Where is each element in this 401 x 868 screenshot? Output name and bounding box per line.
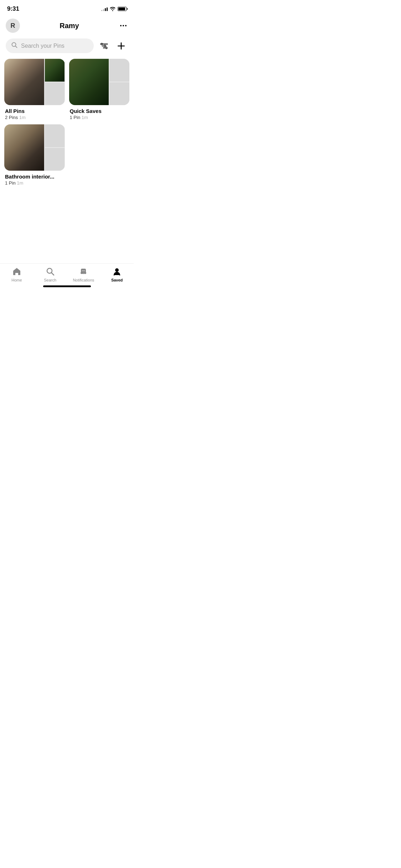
board-meta-bathroom: 1 Pin 1m (4, 180, 65, 186)
search-bar[interactable]: Search your Pins (6, 38, 94, 53)
status-bar: 9:31 (0, 0, 134, 16)
board-quick-saves[interactable]: Quick Saves 1 Pin 1m (69, 59, 130, 120)
dot1 (120, 25, 122, 26)
svg-point-5 (101, 43, 102, 45)
dot2 (123, 25, 124, 26)
search-nav-icon (45, 267, 55, 277)
avatar[interactable]: R (6, 19, 20, 33)
add-button[interactable] (114, 39, 128, 53)
board-main-image (4, 124, 44, 171)
board-time-ago: 1m (19, 115, 26, 120)
filter-button[interactable] (97, 39, 111, 53)
nav-label-search: Search (44, 278, 56, 282)
board-name-quick-saves: Quick Saves (69, 108, 130, 114)
dot3 (125, 25, 127, 26)
wifi-icon (110, 7, 115, 11)
svg-point-20 (84, 270, 85, 271)
board-pin-count: 1 Pin (70, 115, 81, 120)
username-title: Ramy (60, 22, 79, 30)
board-bathroom-interior[interactable]: Bathroom interior... 1 Pin 1m (4, 124, 65, 186)
profile-header: R Ramy (0, 16, 134, 38)
status-icons (101, 7, 127, 11)
board-name-bathroom: Bathroom interior... (4, 174, 65, 180)
nav-item-notifications[interactable]: Notifications (73, 267, 94, 282)
board-thumbnail-bathroom (4, 124, 65, 171)
board-sub-image-1 (45, 124, 65, 147)
board-sub-image-1 (109, 59, 129, 82)
nav-label-saved: Saved (111, 278, 123, 282)
svg-point-19 (83, 270, 84, 271)
svg-point-18 (82, 270, 83, 271)
board-time-ago: 1m (82, 115, 88, 120)
nav-item-home[interactable]: Home (6, 267, 27, 282)
battery-icon (118, 7, 127, 11)
board-meta-quick-saves: 1 Pin 1m (69, 115, 130, 120)
search-icon (11, 42, 17, 50)
status-time: 9:31 (7, 5, 19, 12)
search-placeholder-text: Search your Pins (21, 43, 65, 49)
svg-point-21 (115, 268, 119, 272)
board-meta-all-pins: 2 Pins 1m (4, 115, 65, 120)
board-main-image (69, 59, 109, 105)
boards-grid: All Pins 2 Pins 1m Quick Saves 1 Pin 1m … (0, 59, 134, 186)
board-thumbnail-quick-saves (69, 59, 130, 105)
svg-point-7 (106, 47, 107, 48)
nav-items: Home Search (0, 267, 134, 282)
home-indicator (43, 285, 91, 287)
board-main-image (4, 59, 44, 105)
home-icon (12, 267, 22, 277)
nav-item-saved[interactable]: Saved (106, 267, 128, 282)
svg-line-1 (15, 46, 17, 48)
board-sub-image-2 (45, 148, 65, 171)
signal-icon (101, 7, 108, 11)
notifications-icon (78, 267, 88, 277)
board-pin-count: 2 Pins (5, 115, 18, 120)
board-sub-image-2 (45, 82, 65, 105)
board-thumbnail-all-pins (4, 59, 65, 105)
svg-line-11 (51, 273, 54, 275)
board-time-ago: 1m (17, 180, 23, 186)
board-sub-image-1 (45, 59, 65, 82)
board-pin-count: 1 Pin (5, 180, 16, 186)
board-all-pins[interactable]: All Pins 2 Pins 1m (4, 59, 65, 120)
board-sub-image-2 (109, 82, 129, 105)
more-options-button[interactable] (119, 24, 128, 28)
saved-icon (112, 267, 122, 277)
svg-point-6 (104, 45, 106, 46)
nav-label-home: Home (11, 278, 22, 282)
search-section: Search your Pins (0, 38, 134, 59)
nav-label-notifications: Notifications (73, 278, 94, 282)
nav-item-search[interactable]: Search (40, 267, 61, 282)
board-name-all-pins: All Pins (4, 108, 65, 114)
